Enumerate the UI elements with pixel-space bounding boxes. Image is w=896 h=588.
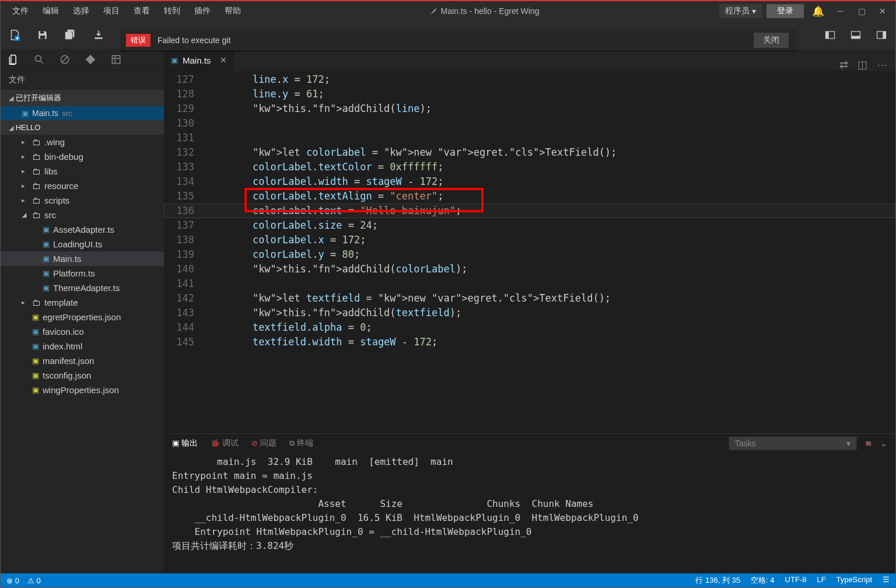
debug-tab[interactable]: 🐞调试: [211, 438, 239, 449]
bell-icon[interactable]: 🔔: [812, 5, 824, 18]
eol-status[interactable]: LF: [817, 575, 825, 586]
tree-item[interactable]: ▣AssetAdapter.ts: [1, 222, 164, 237]
menu-插件[interactable]: 插件: [187, 4, 218, 19]
svg-rect-1: [40, 31, 44, 33]
warnings-count[interactable]: ⚠ 0: [27, 576, 41, 585]
menu-选择[interactable]: 选择: [66, 4, 96, 19]
svg-rect-12: [112, 55, 120, 63]
new-file-icon[interactable]: [8, 28, 22, 42]
tree-item[interactable]: ▣ThemeAdapter.ts: [1, 281, 164, 295]
menu-转到[interactable]: 转到: [157, 4, 187, 19]
output-tab[interactable]: ▣输出: [172, 438, 198, 449]
search-tab-icon[interactable]: [33, 54, 45, 65]
app-icon: [428, 6, 438, 16]
role-dropdown[interactable]: 程序员▾: [719, 4, 762, 18]
problems-tab[interactable]: ⊘问题: [251, 438, 276, 449]
login-button[interactable]: 登录: [766, 4, 804, 18]
svg-point-10: [35, 55, 41, 61]
tree-item[interactable]: ▣favicon.ico: [1, 324, 164, 339]
menu-文件[interactable]: 文件: [5, 4, 36, 19]
save-icon[interactable]: [36, 28, 50, 42]
svg-rect-2: [40, 36, 45, 39]
sidebar: 文件 ◢ 已打开编辑器 ▣ Main.ts src ◢ HELLO ▸🗀.win…: [1, 49, 164, 573]
tree-item[interactable]: ▣Platform.ts: [1, 266, 164, 281]
expand-panel-icon[interactable]: ⌄: [880, 439, 887, 448]
explorer-tab-icon[interactable]: [8, 54, 19, 65]
svg-rect-9: [883, 32, 886, 38]
close-tab-icon[interactable]: ✕: [220, 55, 227, 65]
tree-item[interactable]: ▣wingProperties.json: [1, 383, 164, 397]
tree-item[interactable]: ▣Main.ts: [1, 251, 164, 266]
tasks-dropdown[interactable]: Tasks▾: [729, 436, 857, 450]
status-bar: ⊗ 0 ⚠ 0 行 136, 列 35 空格: 4 UTF-8 LF TypeS…: [1, 573, 895, 587]
save-all-icon[interactable]: [64, 28, 78, 42]
feedback-icon[interactable]: ☰: [883, 575, 890, 586]
highlight-box: [244, 188, 484, 212]
tab-bar: ▣ Main.ts ✕ ⇄ ◫ ⋯: [164, 49, 895, 71]
tree-item[interactable]: ◢🗀src: [1, 208, 164, 222]
project-header[interactable]: ◢ HELLO: [1, 120, 164, 135]
tree-item[interactable]: ▸🗀scripts: [1, 193, 164, 208]
package-icon[interactable]: [110, 54, 122, 65]
menu-编辑[interactable]: 编辑: [36, 4, 66, 19]
window-title: Main.ts - hello - Egret Wing: [248, 6, 719, 16]
error-badge: 错误: [126, 34, 150, 47]
menu-帮助[interactable]: 帮助: [218, 4, 248, 19]
layout-right-icon[interactable]: [874, 28, 888, 42]
file-tab[interactable]: ▣ Main.ts ✕: [164, 49, 234, 71]
menu-项目[interactable]: 项目: [96, 4, 127, 19]
layout-left-icon[interactable]: [823, 28, 837, 42]
notification-close-button[interactable]: 关闭: [754, 33, 789, 48]
indent-status[interactable]: 空格: 4: [751, 575, 774, 586]
notification-text: Failed to execute git: [158, 36, 790, 45]
error-notification: 错误 Failed to execute git: [120, 29, 796, 51]
close-button[interactable]: ✕: [874, 4, 891, 18]
errors-count[interactable]: ⊗ 0: [6, 576, 19, 585]
download-icon[interactable]: [92, 28, 106, 42]
maximize-button[interactable]: ▢: [853, 4, 870, 18]
open-editor-item[interactable]: ▣ Main.ts src: [1, 106, 164, 120]
tree-item[interactable]: ▣tsconfig.json: [1, 368, 164, 383]
tree-item[interactable]: ▣egretProperties.json: [1, 310, 164, 324]
open-editors-header[interactable]: ◢ 已打开编辑器: [1, 90, 164, 106]
tree-item[interactable]: ▣LoadingUI.ts: [1, 237, 164, 251]
language-status[interactable]: TypeScript: [836, 575, 872, 586]
split-editor-icon[interactable]: ◫: [858, 58, 867, 71]
menu-查看[interactable]: 查看: [127, 4, 157, 19]
code-editor[interactable]: 1271281291301311321331341351361371381391…: [164, 71, 895, 433]
no-entry-icon[interactable]: [59, 54, 71, 65]
svg-rect-3: [94, 37, 102, 39]
tree-item[interactable]: ▸🗀.wing: [1, 135, 164, 149]
layout-bottom-icon[interactable]: [849, 28, 863, 42]
tree-item[interactable]: ▸🗀libs: [1, 164, 164, 178]
tree-item[interactable]: ▣manifest.json: [1, 354, 164, 368]
tree-item[interactable]: ▣index.html: [1, 339, 164, 354]
compare-icon[interactable]: ⇄: [839, 58, 848, 71]
minimize-button[interactable]: ─: [832, 4, 849, 18]
svg-rect-7: [852, 36, 860, 39]
line-gutter: 1271281291301311321331341351361371381391…: [164, 71, 205, 433]
terminal-tab[interactable]: ⧉终端: [289, 438, 313, 449]
bottom-panel: ▣输出 🐞调试 ⊘问题 ⧉终端 Tasks▾ ≋ ⌄ main.js 32.9 …: [164, 433, 895, 573]
tree-item[interactable]: ▸🗀bin-debug: [1, 149, 164, 164]
source-control-icon[interactable]: [85, 54, 96, 65]
more-icon[interactable]: ⋯: [877, 58, 887, 71]
tree-item[interactable]: ▸🗀resource: [1, 178, 164, 193]
svg-rect-5: [826, 32, 829, 38]
editor-area: ▣ Main.ts ✕ ⇄ ◫ ⋯ 1271281291301311321331…: [164, 49, 895, 573]
output-console[interactable]: main.js 32.9 KiB main [emitted] main Ent…: [164, 453, 895, 573]
tree-item[interactable]: ▸🗀template: [1, 295, 164, 310]
cursor-position[interactable]: 行 136, 列 35: [695, 575, 740, 586]
encoding-status[interactable]: UTF-8: [785, 575, 807, 586]
explorer-title: 文件: [1, 70, 164, 90]
clear-output-icon[interactable]: ≋: [865, 439, 872, 448]
title-bar: 文件编辑选择项目查看转到插件帮助 Main.ts - hello - Egret…: [1, 1, 895, 21]
